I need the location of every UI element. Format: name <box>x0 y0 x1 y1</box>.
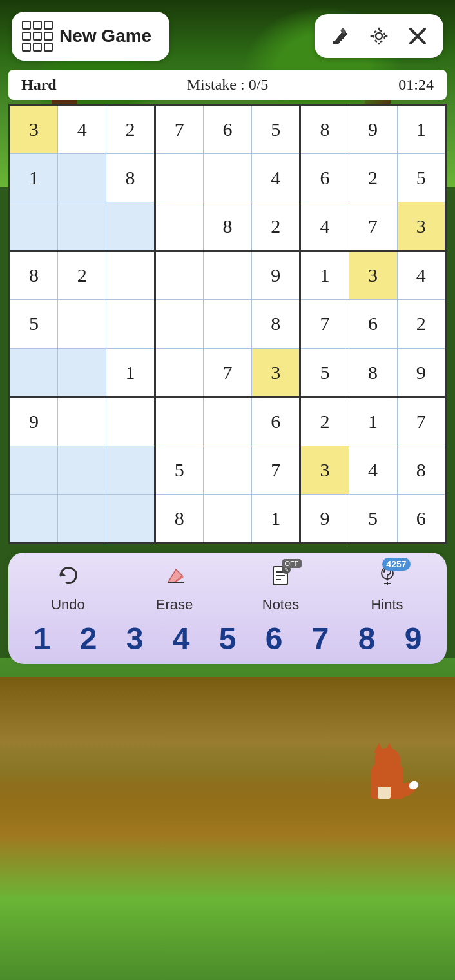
num-button-8[interactable]: 8 <box>347 621 386 656</box>
table-row[interactable]: 1 <box>106 348 155 397</box>
table-row[interactable] <box>10 495 58 544</box>
num-button-9[interactable]: 9 <box>394 621 432 656</box>
notes-button[interactable]: ✎ OFF Notes <box>242 564 320 613</box>
table-row[interactable]: 4 <box>349 446 397 495</box>
table-row[interactable] <box>203 251 251 300</box>
settings-button[interactable] <box>366 23 392 49</box>
table-row[interactable] <box>106 300 155 349</box>
table-row[interactable]: 5 <box>10 300 58 349</box>
table-row[interactable] <box>106 202 155 251</box>
table-row[interactable]: 8 <box>203 202 251 251</box>
table-row[interactable]: 4 <box>252 153 300 202</box>
undo-button[interactable]: Undo <box>30 564 107 613</box>
table-row[interactable]: 6 <box>397 495 445 544</box>
table-row[interactable]: 2 <box>58 251 106 300</box>
num-button-3[interactable]: 3 <box>115 621 154 656</box>
table-row[interactable] <box>10 446 58 495</box>
table-row[interactable] <box>203 153 251 202</box>
table-row[interactable]: 5 <box>155 446 203 495</box>
table-row[interactable] <box>155 202 203 251</box>
svg-point-2 <box>376 33 382 39</box>
table-row[interactable]: 7 <box>300 300 349 349</box>
table-row[interactable]: 2 <box>252 202 300 251</box>
table-row[interactable] <box>155 153 203 202</box>
table-row[interactable]: 2 <box>397 300 445 349</box>
table-row[interactable]: 7 <box>155 105 203 154</box>
table-row[interactable] <box>106 446 155 495</box>
table-row[interactable] <box>58 348 106 397</box>
table-row[interactable] <box>203 397 251 446</box>
table-row[interactable]: 9 <box>300 495 349 544</box>
table-row[interactable]: 8 <box>10 251 58 300</box>
num-button-7[interactable]: 7 <box>301 621 340 656</box>
num-button-5[interactable]: 5 <box>208 621 247 656</box>
table-row[interactable]: 4 <box>58 105 106 154</box>
table-row[interactable] <box>58 397 106 446</box>
table-row[interactable]: 7 <box>349 202 397 251</box>
num-button-1[interactable]: 1 <box>23 621 61 656</box>
table-row[interactable]: 5 <box>397 153 445 202</box>
table-row[interactable]: 5 <box>252 105 300 154</box>
paint-button[interactable] <box>327 23 353 49</box>
table-row[interactable] <box>203 495 251 544</box>
table-row[interactable]: 6 <box>300 153 349 202</box>
table-row[interactable]: 6 <box>252 397 300 446</box>
table-row[interactable]: 1 <box>10 153 58 202</box>
table-row[interactable] <box>10 348 58 397</box>
table-row[interactable]: 7 <box>397 397 445 446</box>
table-row[interactable]: 4 <box>300 202 349 251</box>
table-row[interactable]: 3 <box>252 348 300 397</box>
table-row[interactable] <box>155 300 203 349</box>
table-row[interactable]: 1 <box>397 105 445 154</box>
table-row[interactable]: 9 <box>349 105 397 154</box>
table-row[interactable]: 2 <box>300 397 349 446</box>
table-row[interactable] <box>10 202 58 251</box>
table-row[interactable]: 2 <box>349 153 397 202</box>
table-row[interactable]: 6 <box>349 300 397 349</box>
table-row[interactable]: 8 <box>252 300 300 349</box>
table-row[interactable]: 3 <box>349 251 397 300</box>
hints-button[interactable]: 4257 Hints <box>349 564 426 613</box>
table-row[interactable]: 3 <box>300 446 349 495</box>
table-row[interactable]: 3 <box>10 105 58 154</box>
table-row[interactable]: 9 <box>252 251 300 300</box>
table-row[interactable]: 8 <box>106 153 155 202</box>
table-row[interactable] <box>106 397 155 446</box>
table-row[interactable] <box>106 495 155 544</box>
table-row[interactable]: 5 <box>300 348 349 397</box>
table-row[interactable]: 1 <box>300 251 349 300</box>
table-row[interactable] <box>155 251 203 300</box>
table-row[interactable]: 2 <box>106 105 155 154</box>
table-row[interactable] <box>58 202 106 251</box>
table-row[interactable]: 4 <box>397 251 445 300</box>
tool-buttons-row: Undo Erase <box>15 564 440 613</box>
table-row[interactable]: 7 <box>252 446 300 495</box>
new-game-button[interactable]: New Game <box>12 12 169 61</box>
table-row[interactable] <box>155 397 203 446</box>
table-row[interactable]: 8 <box>397 446 445 495</box>
table-row[interactable] <box>106 251 155 300</box>
table-row[interactable]: 9 <box>397 348 445 397</box>
table-row[interactable] <box>155 348 203 397</box>
close-button[interactable] <box>405 23 431 49</box>
table-row[interactable]: 7 <box>203 348 251 397</box>
table-row[interactable] <box>203 300 251 349</box>
table-row[interactable]: 6 <box>203 105 251 154</box>
table-row[interactable]: 3 <box>397 202 445 251</box>
table-row[interactable]: 1 <box>349 397 397 446</box>
table-row[interactable] <box>58 153 106 202</box>
num-button-2[interactable]: 2 <box>69 621 108 656</box>
table-row[interactable] <box>58 446 106 495</box>
table-row[interactable]: 9 <box>10 397 58 446</box>
table-row[interactable]: 1 <box>252 495 300 544</box>
table-row[interactable]: 8 <box>155 495 203 544</box>
num-button-4[interactable]: 4 <box>162 621 200 656</box>
table-row[interactable]: 8 <box>300 105 349 154</box>
table-row[interactable] <box>58 300 106 349</box>
num-button-6[interactable]: 6 <box>255 621 293 656</box>
table-row[interactable] <box>203 446 251 495</box>
table-row[interactable] <box>58 495 106 544</box>
table-row[interactable]: 5 <box>349 495 397 544</box>
erase-button[interactable]: Erase <box>136 564 213 613</box>
table-row[interactable]: 8 <box>349 348 397 397</box>
